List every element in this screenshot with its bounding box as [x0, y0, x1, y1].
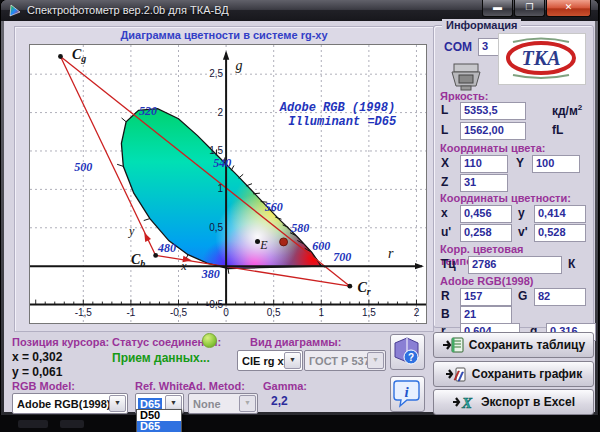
- cct-field[interactable]: 2786: [468, 256, 562, 274]
- cursor-y-value: y = 0,061: [12, 365, 62, 379]
- svg-text:2: 2: [218, 107, 224, 118]
- cy-key: y: [518, 206, 525, 220]
- l1-unit: кд/м2: [552, 103, 582, 118]
- status-value: Прием данных...: [112, 351, 210, 365]
- svg-text:Adobe RGB (1998): Adobe RGB (1998): [279, 101, 395, 115]
- svg-text:1: 1: [218, 183, 224, 194]
- info-icon: i: [391, 377, 422, 409]
- rgb-model-combo[interactable]: Adobe RGB(1998) ▼: [12, 393, 128, 414]
- diagram-view-combo[interactable]: CIE rg xy ▼: [237, 350, 303, 371]
- l1-field[interactable]: 5353,5: [460, 102, 526, 120]
- ref-white-dropdown-list: D50 D65: [136, 409, 182, 432]
- excel-icon: X: [452, 394, 476, 410]
- rgb-model-label: RGB Model:: [12, 380, 75, 392]
- cy-field[interactable]: 0,414: [534, 205, 586, 223]
- z-field[interactable]: 31: [460, 174, 508, 192]
- export-excel-button[interactable]: X Экспорт в Excel: [433, 389, 594, 415]
- maximize-button[interactable]: ❐: [514, 0, 545, 17]
- x-field[interactable]: 110: [460, 155, 508, 173]
- u-key: u': [441, 225, 451, 239]
- chevron-down-icon: ▼: [367, 352, 384, 369]
- svg-text:1: 1: [319, 307, 325, 318]
- taskbar-item[interactable]: [18, 420, 48, 428]
- svg-text:540: 540: [213, 156, 231, 170]
- gamma-value: 2,2: [271, 394, 288, 408]
- chart-title: Диаграмма цветности в системе rg-xy: [15, 29, 433, 41]
- svg-text:2: 2: [414, 307, 420, 318]
- svg-text:700: 700: [333, 250, 351, 264]
- save-table-button[interactable]: Сохранить таблицу: [433, 332, 594, 358]
- com-label: COM: [444, 40, 472, 54]
- u-field[interactable]: 0,258: [460, 224, 512, 242]
- svg-text:-1: -1: [126, 307, 135, 318]
- taskbar[interactable]: [0, 415, 600, 432]
- svg-text:X: X: [461, 395, 473, 410]
- color-coords-label: Координаты цвета:: [440, 142, 545, 154]
- svg-text:380: 380: [201, 267, 220, 281]
- title-bar[interactable]: Спектрофотометр вер.2.0b для ТКА-ВД ▬ ❐ …: [1, 0, 598, 21]
- save-table-icon: [442, 337, 464, 353]
- connection-status-indicator: [202, 333, 217, 348]
- svg-text:-0,5: -0,5: [206, 299, 224, 310]
- book-question-icon: ?: [391, 335, 422, 367]
- svg-text:600: 600: [312, 239, 330, 253]
- cx-field[interactable]: 0,456: [460, 205, 512, 223]
- v-field[interactable]: 0,528: [534, 224, 586, 242]
- svg-text:1,5: 1,5: [209, 145, 223, 156]
- l2-unit: fL: [552, 123, 563, 137]
- chromaticity-diagram[interactable]: xyCgCbCrgr-1,5-1-0,500,511,522,521,510,5…: [29, 44, 427, 324]
- r-key: R: [441, 289, 450, 303]
- svg-text:560: 560: [265, 200, 283, 214]
- svg-text:ТКА: ТКА: [521, 47, 560, 69]
- svg-text:r: r: [388, 246, 394, 261]
- save-graph-icon: [445, 366, 467, 383]
- cursor-label: Позиция курсора:: [12, 336, 109, 348]
- chart-panel: Диаграмма цветности в системе rg-xy xyCg…: [14, 26, 434, 332]
- taskbar-item[interactable]: [60, 420, 84, 428]
- dropdown-option-d65[interactable]: D65: [137, 421, 181, 432]
- argb-label: Adobe RGB(1998): [440, 275, 534, 287]
- svg-text:480: 480: [157, 241, 176, 255]
- tka-logo: ТКА: [498, 33, 586, 85]
- svg-text:g: g: [236, 58, 243, 73]
- g-field[interactable]: 82: [534, 288, 586, 306]
- r-field[interactable]: 157: [460, 288, 512, 306]
- v-key: v': [518, 225, 528, 239]
- minimize-button[interactable]: ▬: [482, 0, 513, 17]
- app-window: Спектрофотометр вер.2.0b для ТКА-ВД ▬ ❐ …: [1, 0, 598, 415]
- b-field[interactable]: 21: [460, 306, 512, 324]
- y-field[interactable]: 100: [532, 155, 580, 173]
- screen: { "window": { "title": "Спектрофотометр …: [0, 0, 600, 432]
- close-button[interactable]: ✕: [546, 0, 591, 17]
- ad-metod-label: Ad. Metod:: [188, 380, 245, 392]
- info-title: Информация: [442, 19, 521, 31]
- chevron-down-icon[interactable]: ▼: [284, 352, 301, 369]
- svg-text:Cr: Cr: [357, 280, 370, 297]
- svg-text:0,5: 0,5: [209, 222, 223, 233]
- l2-key: L: [441, 123, 448, 137]
- gost-combo: ГОСТ Р 53784 ▼: [304, 350, 386, 371]
- svg-text:-0,5: -0,5: [170, 307, 188, 318]
- ad-metod-combo: None ▼: [188, 393, 258, 414]
- cct-key: Тц: [441, 257, 456, 271]
- svg-text:1,5: 1,5: [362, 307, 376, 318]
- app-icon: [8, 4, 22, 18]
- save-graph-button[interactable]: Сохранить график: [433, 361, 594, 387]
- ref-white-label: Ref. White:: [135, 380, 192, 392]
- svg-text:-1,5: -1,5: [75, 307, 93, 318]
- svg-text:500: 500: [74, 160, 92, 174]
- brightness-label: Яркость:: [440, 90, 489, 102]
- svg-text:0: 0: [223, 307, 229, 318]
- chevron-down-icon[interactable]: ▼: [109, 395, 126, 412]
- l2-field[interactable]: 1562,00: [460, 122, 526, 140]
- help-button[interactable]: ?: [390, 334, 425, 370]
- info-button[interactable]: i: [390, 376, 425, 412]
- window-title: Спектрофотометр вер.2.0b для ТКА-ВД: [27, 4, 229, 16]
- x-key: X: [441, 156, 449, 170]
- svg-text:580: 580: [291, 221, 309, 235]
- svg-text:Illuminant =D65: Illuminant =D65: [288, 115, 397, 129]
- svg-text:2,5: 2,5: [209, 68, 223, 79]
- cursor-x-value: x = 0,302: [12, 350, 62, 364]
- diagram-view-label: Вид диаграммы:: [250, 336, 341, 348]
- z-key: Z: [441, 175, 448, 189]
